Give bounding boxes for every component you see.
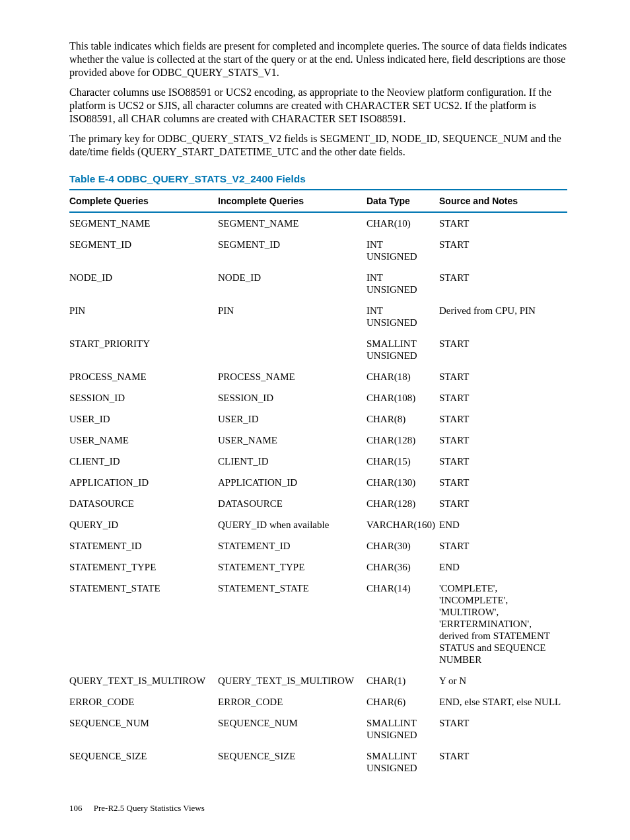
table-row: USER_IDUSER_IDCHAR(8)START: [69, 408, 567, 430]
table-cell: START: [439, 212, 567, 234]
table-cell: [218, 333, 367, 366]
table-row: SEQUENCE_SIZESEQUENCE_SIZESMALLINT UNSIG…: [69, 745, 567, 779]
table-cell: START: [439, 472, 567, 493]
table-cell: CHAR(108): [367, 387, 439, 408]
table-cell: QUERY_ID when available: [218, 514, 367, 535]
table-cell: END: [439, 556, 567, 578]
table-cell: DATASOURCE: [69, 493, 218, 514]
footer-section: Pre-R2.5 Query Statistics Views: [94, 803, 205, 813]
table-cell: STATEMENT_STATE: [69, 578, 218, 670]
table-row: SEGMENT_NAMESEGMENT_NAMECHAR(10)START: [69, 212, 567, 234]
table-cell: Y or N: [439, 670, 567, 691]
table-cell: QUERY_TEXT_IS_MULTIROW: [218, 670, 367, 691]
table-row: SEGMENT_IDSEGMENT_IDINT UNSIGNEDSTART: [69, 234, 567, 267]
table-cell: START: [439, 430, 567, 451]
table-row: STATEMENT_STATESTATEMENT_STATECHAR(14)'C…: [69, 578, 567, 670]
table-cell: PIN: [218, 300, 367, 333]
table-cell: SMALLINT UNSIGNED: [367, 745, 439, 779]
table-cell: STATEMENT_ID: [218, 535, 367, 556]
header-source-notes: Source and Notes: [439, 190, 567, 212]
table-cell: CHAR(30): [367, 535, 439, 556]
table-row: QUERY_IDQUERY_ID when availableVARCHAR(1…: [69, 514, 567, 535]
table-cell: START: [439, 267, 567, 300]
table-cell: Derived from CPU, PIN: [439, 300, 567, 333]
table-cell: CHAR(8): [367, 408, 439, 430]
table-row: APPLICATION_IDAPPLICATION_IDCHAR(130)STA…: [69, 472, 567, 493]
table-cell: QUERY_TEXT_IS_MULTIROW: [69, 670, 218, 691]
table-row: NODE_IDNODE_IDINT UNSIGNEDSTART: [69, 267, 567, 300]
table-cell: START: [439, 451, 567, 472]
table-cell: CHAR(128): [367, 493, 439, 514]
table-cell: PROCESS_NAME: [69, 366, 218, 387]
table-cell: SESSION_ID: [218, 387, 367, 408]
table-row: STATEMENT_TYPESTATEMENT_TYPECHAR(36)END: [69, 556, 567, 578]
table-cell: START: [439, 712, 567, 745]
paragraph-3: The primary key for ODBC_QUERY_STATS_V2 …: [69, 132, 567, 159]
table-cell: APPLICATION_ID: [218, 472, 367, 493]
table-cell: USER_NAME: [69, 430, 218, 451]
table-cell: CHAR(128): [367, 430, 439, 451]
header-incomplete-queries: Incomplete Queries: [218, 190, 367, 212]
table-cell: SESSION_ID: [69, 387, 218, 408]
table-cell: 'COMPLETE', 'INCOMPLETE', 'MULTIROW', 'E…: [439, 578, 567, 670]
table-cell: CHAR(130): [367, 472, 439, 493]
table-cell: START: [439, 535, 567, 556]
table-cell: SEQUENCE_NUM: [69, 712, 218, 745]
table-cell: END, else START, else NULL: [439, 691, 567, 712]
table-row: DATASOURCEDATASOURCECHAR(128)START: [69, 493, 567, 514]
table-cell: START: [439, 745, 567, 779]
table-cell: SEGMENT_NAME: [218, 212, 367, 234]
table-cell: SEGMENT_NAME: [69, 212, 218, 234]
header-complete-queries: Complete Queries: [69, 190, 218, 212]
table-cell: CHAR(36): [367, 556, 439, 578]
table-cell: INT UNSIGNED: [367, 234, 439, 267]
table-cell: SEQUENCE_SIZE: [69, 745, 218, 779]
table-cell: CHAR(10): [367, 212, 439, 234]
table-cell: SEQUENCE_SIZE: [218, 745, 367, 779]
table-cell: CLIENT_ID: [69, 451, 218, 472]
table-cell: START: [439, 408, 567, 430]
page-footer: 106 Pre-R2.5 Query Statistics Views: [69, 803, 205, 814]
table-header-row: Complete Queries Incomplete Queries Data…: [69, 190, 567, 212]
paragraph-2: Character columns use ISO88591 or UCS2 e…: [69, 86, 567, 126]
table-cell: CHAR(15): [367, 451, 439, 472]
table-cell: APPLICATION_ID: [69, 472, 218, 493]
table-cell: VARCHAR(160): [367, 514, 439, 535]
table-row: CLIENT_IDCLIENT_IDCHAR(15)START: [69, 451, 567, 472]
table-cell: DATASOURCE: [218, 493, 367, 514]
table-cell: START: [439, 493, 567, 514]
table-row: SEQUENCE_NUMSEQUENCE_NUMSMALLINT UNSIGNE…: [69, 712, 567, 745]
table-cell: USER_ID: [218, 408, 367, 430]
table-cell: INT UNSIGNED: [367, 300, 439, 333]
table-row: ERROR_CODEERROR_CODECHAR(6)END, else STA…: [69, 691, 567, 712]
table-cell: SEQUENCE_NUM: [218, 712, 367, 745]
table-cell: CHAR(1): [367, 670, 439, 691]
table-row: QUERY_TEXT_IS_MULTIROWQUERY_TEXT_IS_MULT…: [69, 670, 567, 691]
table-cell: NODE_ID: [218, 267, 367, 300]
table-cell: SEGMENT_ID: [69, 234, 218, 267]
table-cell: ERROR_CODE: [218, 691, 367, 712]
table-cell: PIN: [69, 300, 218, 333]
table-cell: CLIENT_ID: [218, 451, 367, 472]
table-cell: USER_NAME: [218, 430, 367, 451]
paragraph-1: This table indicates which fields are pr…: [69, 40, 567, 79]
table-cell: CHAR(14): [367, 578, 439, 670]
table-row: START_PRIORITYSMALLINT UNSIGNEDSTART: [69, 333, 567, 366]
table-cell: SEGMENT_ID: [218, 234, 367, 267]
table-cell: NODE_ID: [69, 267, 218, 300]
table-row: SESSION_IDSESSION_IDCHAR(108)START: [69, 387, 567, 408]
table-cell: START: [439, 387, 567, 408]
header-data-type: Data Type: [367, 190, 439, 212]
table-cell: STATEMENT_TYPE: [218, 556, 367, 578]
table-cell: START: [439, 366, 567, 387]
table-cell: USER_ID: [69, 408, 218, 430]
table-cell: CHAR(18): [367, 366, 439, 387]
table-cell: START_PRIORITY: [69, 333, 218, 366]
table-cell: SMALLINT UNSIGNED: [367, 712, 439, 745]
table-cell: QUERY_ID: [69, 514, 218, 535]
table-row: USER_NAMEUSER_NAMECHAR(128)START: [69, 430, 567, 451]
table-cell: STATEMENT_TYPE: [69, 556, 218, 578]
page-number: 106: [69, 803, 83, 813]
fields-table: Complete Queries Incomplete Queries Data…: [69, 189, 567, 779]
table-row: STATEMENT_IDSTATEMENT_IDCHAR(30)START: [69, 535, 567, 556]
